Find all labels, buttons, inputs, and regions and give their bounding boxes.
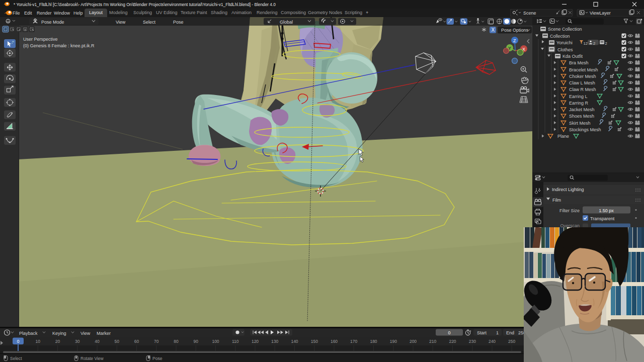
svg-text:End: End	[506, 330, 514, 335]
svg-text:Global: Global	[280, 20, 293, 25]
svg-text:0: 0	[448, 330, 450, 335]
svg-text:180: 180	[370, 339, 377, 344]
svg-text:Scene Collection: Scene Collection	[548, 27, 582, 32]
svg-text:90: 90	[193, 339, 198, 344]
svg-text:Bracelet Mesh: Bracelet Mesh	[569, 67, 598, 72]
svg-text:Marker: Marker	[97, 331, 111, 336]
svg-text:Rotate View: Rotate View	[80, 356, 104, 361]
svg-text:Skirt Mesh: Skirt Mesh	[569, 121, 591, 126]
svg-text:Clothes: Clothes	[557, 47, 573, 52]
svg-text:80: 80	[174, 339, 179, 344]
svg-text:100: 100	[212, 339, 219, 344]
svg-text:Stockings Mesh: Stockings Mesh	[569, 127, 601, 132]
svg-text:70: 70	[154, 339, 159, 344]
svg-text:Start: Start	[477, 330, 487, 335]
svg-text:190: 190	[390, 339, 397, 344]
svg-text:20: 20	[55, 339, 60, 344]
svg-text:120: 120	[252, 339, 259, 344]
svg-text:Yoruichi: Yoruichi	[556, 40, 573, 45]
svg-text:240: 240	[489, 339, 496, 344]
svg-text:Keying: Keying	[52, 331, 66, 336]
svg-text:Claw L Mesh: Claw L Mesh	[569, 80, 595, 85]
svg-text:X: X	[492, 27, 495, 33]
svg-text:30: 30	[75, 339, 80, 344]
svg-text:170: 170	[350, 339, 357, 344]
svg-text:Choker Mesh: Choker Mesh	[569, 74, 596, 79]
svg-text:View: View	[116, 20, 126, 25]
svg-text:150: 150	[311, 339, 318, 344]
svg-text:200: 200	[410, 339, 417, 344]
svg-text:Playback: Playback	[19, 331, 38, 336]
svg-text:10: 10	[35, 339, 40, 344]
svg-text:Claw R Mesh: Claw R Mesh	[569, 87, 596, 92]
svg-text:Scene: Scene	[523, 11, 536, 16]
svg-text:Select: Select	[143, 20, 156, 25]
svg-text:Earring L: Earring L	[569, 94, 588, 99]
svg-text:220: 220	[449, 339, 456, 344]
svg-text:Filter Size: Filter Size	[559, 208, 580, 213]
svg-text:Z: Z	[513, 38, 516, 43]
svg-text:Kda Outfit: Kda Outfit	[562, 54, 583, 59]
svg-text:User Perspective: User Perspective	[23, 37, 58, 42]
svg-text:140: 140	[291, 339, 298, 344]
svg-text:1.50 px: 1.50 px	[599, 208, 614, 213]
svg-text:Select: Select	[10, 356, 22, 361]
svg-text:2: 2	[605, 41, 607, 46]
svg-text:210: 210	[429, 339, 436, 344]
svg-text:60: 60	[134, 339, 139, 344]
svg-text:110: 110	[232, 339, 239, 344]
svg-text:Pose Mode: Pose Mode	[41, 20, 64, 25]
svg-text:Earring R: Earring R	[569, 101, 589, 106]
svg-text:View: View	[80, 331, 91, 336]
svg-text:Transparent: Transparent	[590, 216, 615, 221]
svg-text:1: 1	[496, 330, 499, 335]
svg-text:160: 160	[331, 339, 338, 344]
svg-text:Pose Options: Pose Options	[501, 28, 529, 33]
svg-text:2: 2	[593, 41, 595, 46]
svg-text:230: 230	[469, 339, 476, 344]
svg-text:ViewLayer: ViewLayer	[590, 11, 611, 16]
svg-text:130: 130	[271, 339, 278, 344]
svg-text:0: 0	[17, 339, 20, 344]
svg-text:Film: Film	[552, 198, 561, 203]
svg-text:Pose: Pose	[152, 356, 163, 361]
svg-text:Bra Mesh: Bra Mesh	[569, 60, 589, 65]
svg-text:(0) Genesis 8 Female : knee.pt: (0) Genesis 8 Female : knee.pt.ik.R	[23, 43, 95, 48]
svg-text:50: 50	[114, 339, 119, 344]
svg-text:40: 40	[95, 339, 100, 344]
svg-text:Shoes Mesh: Shoes Mesh	[569, 114, 594, 119]
svg-text:Pose: Pose	[173, 20, 184, 25]
svg-text:250: 250	[508, 339, 515, 344]
svg-text:12: 12	[584, 41, 588, 46]
svg-text:Collection: Collection	[550, 34, 570, 39]
svg-text:Plane: Plane	[557, 134, 569, 139]
svg-text:Indirect Lighting: Indirect Lighting	[552, 187, 584, 192]
svg-text:Jacket Mesh: Jacket Mesh	[569, 107, 595, 112]
